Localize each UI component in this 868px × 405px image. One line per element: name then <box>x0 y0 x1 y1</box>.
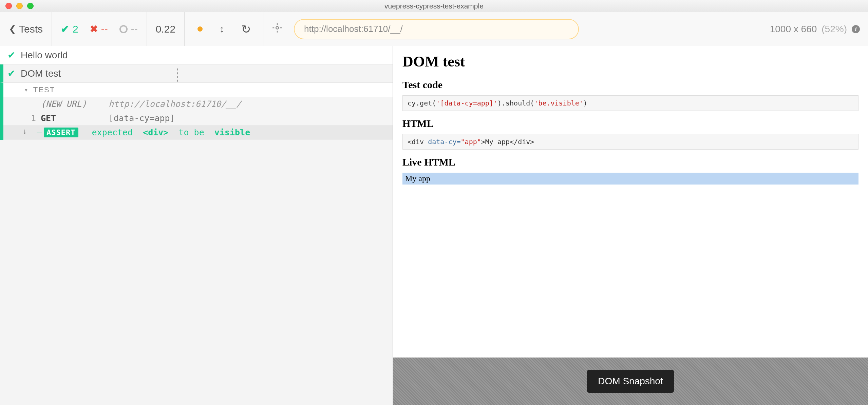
minimize-window-icon[interactable] <box>16 3 23 9</box>
pending-count: -- <box>131 23 138 35</box>
view-controls: ↕ ↻ <box>185 12 264 46</box>
close-window-icon[interactable] <box>5 3 12 9</box>
url-input[interactable] <box>294 19 579 39</box>
heading-test-code: Test code <box>402 79 858 91</box>
test-row-hello-world[interactable]: ✔ Hello world <box>0 46 393 64</box>
tests-nav[interactable]: ❮ Tests <box>0 12 52 46</box>
toolbar: ❮ Tests ✔ 2 ✖ -- -- 0.22 ↕ ↻ <box>0 12 868 46</box>
caret-down-icon: ▼ <box>24 87 29 93</box>
svg-point-0 <box>276 26 279 29</box>
pin-icon[interactable] <box>22 128 28 137</box>
maximize-window-icon[interactable] <box>27 3 34 9</box>
selector-playground-icon[interactable] <box>272 23 282 35</box>
window-title: vuepress-cypress-test-example <box>384 2 484 10</box>
resize-icon[interactable]: ↕ <box>220 24 224 35</box>
section-label: TEST <box>33 85 55 94</box>
viewport-zoom: (52%) <box>822 24 847 35</box>
passed-stat: ✔ 2 <box>61 23 78 35</box>
assert-badge: ASSERT <box>44 128 78 137</box>
command-get[interactable]: 1 GET [data-cy=app] <box>3 111 393 126</box>
chevron-left-icon: ❮ <box>9 24 16 34</box>
heading-html: HTML <box>402 118 858 129</box>
viewport-size: 1000 x 660 <box>770 24 817 35</box>
command-new-url[interactable]: (NEW URL) http://localhost:61710/__/ <box>3 97 393 111</box>
test-body: ▼ TEST (NEW URL) http://localhost:61710/… <box>0 83 393 140</box>
x-icon: ✖ <box>90 23 98 35</box>
heading-live-html: Live HTML <box>402 156 858 168</box>
cmd-label: GET <box>41 113 109 123</box>
pending-stat: -- <box>119 23 138 35</box>
code-block-test: cy.get('[data-cy=app]').should('be.visib… <box>402 95 858 111</box>
traffic-lights <box>0 3 34 9</box>
cmd-label: (NEW URL) <box>41 99 109 109</box>
check-icon: ✔ <box>61 23 69 35</box>
cmd-number: 1 <box>24 113 41 123</box>
test-row-dom-test[interactable]: ✔ DOM test <box>0 64 393 83</box>
cmd-message: [data-cy=app] <box>109 113 175 123</box>
check-icon: ✔ <box>7 68 15 79</box>
failed-stat: ✖ -- <box>90 23 108 35</box>
main: ✔ Hello world ✔ DOM test ▼ TEST (NEW URL… <box>0 46 868 405</box>
live-html-output: My app <box>402 173 858 185</box>
test-title: Hello world <box>21 50 68 61</box>
snapshot-footer: DOM Snapshot <box>393 358 868 405</box>
circle-icon <box>119 25 128 33</box>
page-title: DOM test <box>402 53 858 70</box>
pause-icon[interactable] <box>197 26 203 32</box>
info-icon[interactable]: i <box>852 25 860 33</box>
titlebar: vuepress-cypress-test-example <box>0 0 868 12</box>
reload-icon[interactable]: ↻ <box>241 22 251 36</box>
cmd-message: http://localhost:61710/__/ <box>109 99 241 109</box>
stats-section: ✔ 2 ✖ -- -- <box>52 12 147 46</box>
command-assert[interactable]: – ASSERT expected <div> to be visible <box>3 126 393 140</box>
dash-icon: – <box>37 128 42 137</box>
command-log: ✔ Hello world ✔ DOM test ▼ TEST (NEW URL… <box>0 46 393 405</box>
check-icon: ✔ <box>7 50 15 61</box>
test-section-header[interactable]: ▼ TEST <box>3 83 393 97</box>
assert-message: expected <div> to be visible <box>92 128 250 137</box>
failed-count: -- <box>101 23 108 35</box>
passed-count: 2 <box>73 23 78 35</box>
viewport-display[interactable]: 1000 x 660 (52%) i <box>770 24 860 35</box>
aut-panel: DOM test Test code cy.get('[data-cy=app]… <box>393 46 868 405</box>
code-block-html: <div data-cy="app">My app</div> <box>402 134 858 150</box>
dom-snapshot-badge: DOM Snapshot <box>587 370 674 393</box>
url-section: 1000 x 660 (52%) i <box>264 12 868 46</box>
tests-label: Tests <box>19 23 43 35</box>
time-section: 0.22 <box>147 12 185 46</box>
duration: 0.22 <box>156 23 175 35</box>
drag-handle-icon[interactable] <box>177 68 178 83</box>
preview: DOM test Test code cy.get('[data-cy=app]… <box>393 46 868 358</box>
test-title: DOM test <box>21 68 61 79</box>
